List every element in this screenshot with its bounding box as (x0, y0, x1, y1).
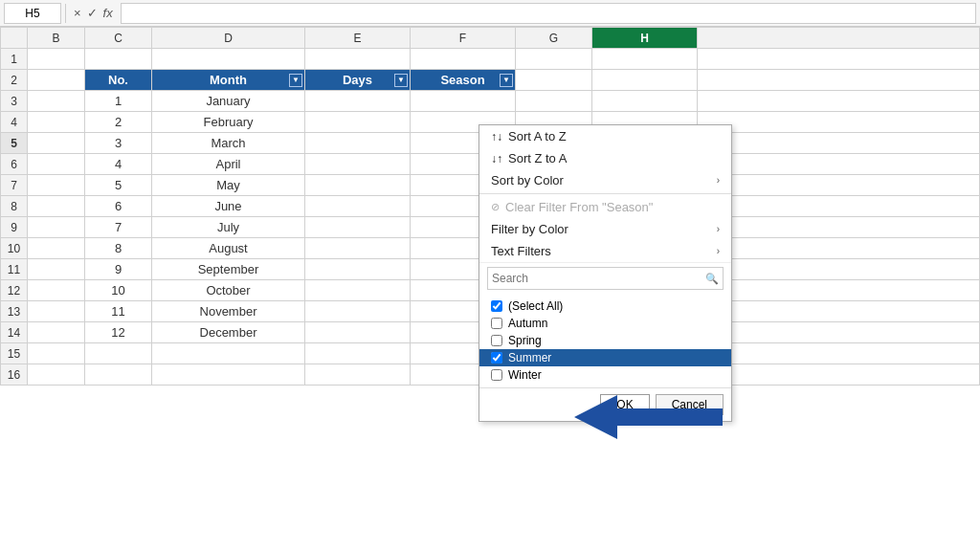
col-header-f[interactable]: F (411, 28, 516, 49)
cell-d14[interactable]: December (152, 322, 305, 343)
cell-e15[interactable] (305, 343, 411, 364)
cell-b4[interactable] (28, 112, 85, 133)
cell-extra15[interactable] (698, 343, 980, 364)
row-header-4[interactable]: 4 (1, 112, 28, 133)
cell-f3[interactable] (411, 91, 516, 112)
col-header-d[interactable]: D (152, 28, 305, 49)
cell-e10[interactable] (305, 238, 411, 259)
filter-btn-days[interactable]: ▼ (394, 74, 408, 87)
col-header-h[interactable]: H (592, 28, 698, 49)
cell-extra8[interactable] (698, 196, 980, 217)
cell-e4[interactable] (305, 112, 411, 133)
cell-c12[interactable]: 10 (85, 280, 152, 301)
cell-b5[interactable] (28, 133, 85, 154)
cell-d13[interactable]: November (152, 301, 305, 322)
sort-z-to-a-item[interactable]: ↓↑ Sort Z to A (479, 147, 731, 169)
confirm-icon[interactable]: ✓ (87, 6, 98, 20)
cell-e5[interactable] (305, 133, 411, 154)
cell-e14[interactable] (305, 322, 411, 343)
cell-b1[interactable] (28, 49, 85, 70)
row-header-2[interactable]: 2 (1, 70, 28, 91)
fx-icon[interactable]: fx (103, 6, 113, 20)
cell-e7[interactable] (305, 175, 411, 196)
row-header-14[interactable]: 14 (1, 322, 28, 343)
cell-d15[interactable] (152, 343, 305, 364)
row-header-1[interactable]: 1 (1, 49, 28, 70)
row-header-10[interactable]: 10 (1, 238, 28, 259)
cell-g3[interactable] (516, 91, 592, 112)
cell-e6[interactable] (305, 154, 411, 175)
cell-g1[interactable] (516, 49, 592, 70)
cell-e16[interactable] (305, 364, 411, 386)
cell-c5[interactable]: 3 (85, 133, 152, 154)
checkbox-select-all-input[interactable] (491, 300, 502, 312)
cell-ref-box[interactable]: H5 (4, 3, 61, 24)
cell-h2[interactable] (592, 70, 698, 91)
cell-b8[interactable] (28, 196, 85, 217)
cell-d3[interactable]: January (152, 91, 305, 112)
cell-c3[interactable]: 1 (85, 91, 152, 112)
cell-b12[interactable] (28, 280, 85, 301)
formula-input[interactable] (121, 3, 976, 24)
clear-filter-item[interactable]: ⊘ Clear Filter From "Season" (479, 196, 731, 218)
cell-b16[interactable] (28, 364, 85, 386)
cell-c16[interactable] (85, 364, 152, 386)
row-header-13[interactable]: 13 (1, 301, 28, 322)
cell-extra10[interactable] (698, 238, 980, 259)
row-header-7[interactable]: 7 (1, 175, 28, 196)
cell-b2[interactable] (28, 70, 85, 91)
cell-b6[interactable] (28, 154, 85, 175)
cell-e13[interactable] (305, 301, 411, 322)
cell-extra3[interactable] (698, 91, 980, 112)
cell-b14[interactable] (28, 322, 85, 343)
cell-c8[interactable]: 6 (85, 196, 152, 217)
sort-a-to-z-item[interactable]: ↑↓ Sort A to Z (479, 125, 731, 147)
cell-extra7[interactable] (698, 175, 980, 196)
cell-c2-no[interactable]: No. (85, 70, 152, 91)
row-header-16[interactable]: 16 (1, 364, 28, 386)
cell-c10[interactable]: 8 (85, 238, 152, 259)
cell-c14[interactable]: 12 (85, 322, 152, 343)
cell-c9[interactable]: 7 (85, 217, 152, 238)
cell-d11[interactable]: September (152, 259, 305, 280)
cell-d6[interactable]: April (152, 154, 305, 175)
cell-extra5[interactable] (698, 133, 980, 154)
cell-extra2[interactable] (698, 70, 980, 91)
cell-f1[interactable] (411, 49, 516, 70)
cell-d5[interactable]: March (152, 133, 305, 154)
cell-d2-month[interactable]: Month ▼ (152, 70, 305, 91)
cell-extra13[interactable] (698, 301, 980, 322)
row-header-5[interactable]: 5 (1, 133, 28, 154)
cell-b13[interactable] (28, 301, 85, 322)
cell-c1[interactable] (85, 49, 152, 70)
cell-b9[interactable] (28, 217, 85, 238)
cell-e2-days[interactable]: Days ▼ (305, 70, 411, 91)
cell-c13[interactable]: 11 (85, 301, 152, 322)
row-header-12[interactable]: 12 (1, 280, 28, 301)
cell-g2[interactable] (516, 70, 592, 91)
row-header-11[interactable]: 11 (1, 259, 28, 280)
filter-btn-month[interactable]: ▼ (289, 74, 302, 87)
cell-b7[interactable] (28, 175, 85, 196)
cell-b10[interactable] (28, 238, 85, 259)
cell-e12[interactable] (305, 280, 411, 301)
text-filters-item[interactable]: Text Filters › (479, 240, 731, 262)
cell-d7[interactable]: May (152, 175, 305, 196)
col-header-g[interactable]: G (516, 28, 592, 49)
checkbox-spring[interactable]: Spring (479, 332, 731, 349)
checkbox-winter[interactable]: Winter (479, 366, 731, 384)
cell-d12[interactable]: October (152, 280, 305, 301)
cell-d8[interactable]: June (152, 196, 305, 217)
col-header-e[interactable]: E (305, 28, 411, 49)
checkbox-autumn-input[interactable] (491, 318, 502, 329)
checkbox-winter-input[interactable] (491, 369, 502, 381)
cell-extra11[interactable] (698, 259, 980, 280)
cell-extra14[interactable] (698, 322, 980, 343)
cell-b3[interactable] (28, 91, 85, 112)
row-header-9[interactable]: 9 (1, 217, 28, 238)
cell-h1[interactable] (592, 49, 698, 70)
col-header-c[interactable]: C (85, 28, 152, 49)
checkbox-spring-input[interactable] (491, 335, 502, 346)
checkbox-summer-input[interactable] (491, 352, 502, 364)
cell-c11[interactable]: 9 (85, 259, 152, 280)
